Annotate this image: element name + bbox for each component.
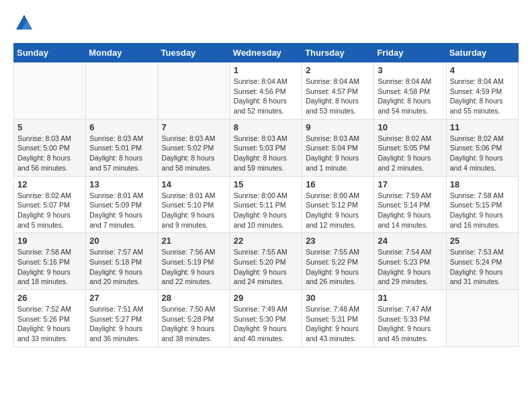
day-number: 18 — [450, 179, 515, 189]
day-number: 14 — [162, 179, 226, 189]
calendar-cell: 8Sunrise: 8:03 AM Sunset: 5:03 PM Daylig… — [230, 119, 302, 176]
calendar-cell: 22Sunrise: 7:55 AM Sunset: 5:20 PM Dayli… — [230, 233, 302, 290]
day-number: 4 — [450, 65, 515, 75]
weekday-header: Monday — [86, 44, 158, 62]
day-number: 13 — [89, 179, 154, 189]
day-info: Sunrise: 7:49 AM Sunset: 5:30 PM Dayligh… — [234, 304, 298, 344]
logo — [13, 13, 34, 32]
day-number: 25 — [450, 236, 515, 246]
day-info: Sunrise: 8:03 AM Sunset: 5:02 PM Dayligh… — [162, 134, 226, 173]
weekday-header: Sunday — [14, 44, 86, 62]
weekday-header: Thursday — [302, 44, 374, 62]
day-number: 24 — [378, 236, 442, 246]
day-number: 21 — [162, 236, 226, 246]
day-info: Sunrise: 7:51 AM Sunset: 5:27 PM Dayligh… — [89, 304, 154, 344]
day-info: Sunrise: 7:54 AM Sunset: 5:23 PM Dayligh… — [378, 247, 442, 287]
calendar-cell — [158, 62, 230, 120]
calendar-cell: 13Sunrise: 8:01 AM Sunset: 5:09 PM Dayli… — [86, 176, 158, 233]
day-number: 17 — [378, 179, 442, 189]
calendar-cell: 31Sunrise: 7:47 AM Sunset: 5:33 PM Dayli… — [374, 290, 446, 347]
calendar-week-row: 12Sunrise: 8:02 AM Sunset: 5:07 PM Dayli… — [14, 176, 519, 233]
day-info: Sunrise: 7:52 AM Sunset: 5:26 PM Dayligh… — [17, 304, 82, 344]
page-header — [13, 13, 519, 32]
day-info: Sunrise: 7:47 AM Sunset: 5:33 PM Dayligh… — [378, 304, 442, 344]
calendar-cell: 2Sunrise: 8:04 AM Sunset: 4:57 PM Daylig… — [302, 62, 374, 120]
calendar-cell: 5Sunrise: 8:03 AM Sunset: 5:00 PM Daylig… — [14, 119, 86, 176]
calendar-cell: 12Sunrise: 8:02 AM Sunset: 5:07 PM Dayli… — [14, 176, 86, 233]
calendar-table: SundayMondayTuesdayWednesdayThursdayFrid… — [13, 43, 519, 347]
calendar-cell: 4Sunrise: 8:04 AM Sunset: 4:59 PM Daylig… — [446, 62, 518, 120]
calendar-week-row: 5Sunrise: 8:03 AM Sunset: 5:00 PM Daylig… — [14, 119, 519, 176]
day-info: Sunrise: 8:02 AM Sunset: 5:06 PM Dayligh… — [450, 134, 515, 173]
calendar-cell: 29Sunrise: 7:49 AM Sunset: 5:30 PM Dayli… — [230, 290, 302, 347]
day-number: 3 — [378, 65, 442, 75]
calendar-cell: 19Sunrise: 7:58 AM Sunset: 5:16 PM Dayli… — [14, 233, 86, 290]
day-info: Sunrise: 8:00 AM Sunset: 5:12 PM Dayligh… — [306, 191, 370, 230]
day-info: Sunrise: 8:04 AM Sunset: 4:58 PM Dayligh… — [378, 77, 442, 116]
day-info: Sunrise: 7:58 AM Sunset: 5:16 PM Dayligh… — [17, 247, 82, 287]
calendar-cell: 18Sunrise: 7:58 AM Sunset: 5:15 PM Dayli… — [446, 176, 518, 233]
calendar-week-row: 19Sunrise: 7:58 AM Sunset: 5:16 PM Dayli… — [14, 233, 519, 290]
day-number: 7 — [162, 122, 226, 132]
day-number: 1 — [234, 65, 298, 75]
day-number: 27 — [89, 293, 154, 303]
calendar-cell: 11Sunrise: 8:02 AM Sunset: 5:06 PM Dayli… — [446, 119, 518, 176]
day-info: Sunrise: 7:53 AM Sunset: 5:24 PM Dayligh… — [450, 247, 515, 287]
day-info: Sunrise: 8:04 AM Sunset: 4:56 PM Dayligh… — [234, 77, 298, 116]
day-info: Sunrise: 8:03 AM Sunset: 5:04 PM Dayligh… — [306, 134, 370, 173]
calendar-cell — [446, 290, 518, 347]
weekday-header: Tuesday — [158, 44, 230, 62]
day-number: 5 — [17, 122, 82, 132]
day-info: Sunrise: 7:59 AM Sunset: 5:14 PM Dayligh… — [378, 191, 442, 230]
calendar-cell: 30Sunrise: 7:48 AM Sunset: 5:31 PM Dayli… — [302, 290, 374, 347]
calendar-cell: 28Sunrise: 7:50 AM Sunset: 5:28 PM Dayli… — [158, 290, 230, 347]
day-info: Sunrise: 8:00 AM Sunset: 5:11 PM Dayligh… — [234, 191, 298, 230]
day-number: 8 — [234, 122, 298, 132]
calendar-cell: 27Sunrise: 7:51 AM Sunset: 5:27 PM Dayli… — [86, 290, 158, 347]
day-number: 20 — [89, 236, 154, 246]
day-info: Sunrise: 8:04 AM Sunset: 4:59 PM Dayligh… — [450, 77, 515, 116]
day-info: Sunrise: 7:57 AM Sunset: 5:18 PM Dayligh… — [89, 247, 154, 287]
calendar-cell: 23Sunrise: 7:55 AM Sunset: 5:22 PM Dayli… — [302, 233, 374, 290]
day-info: Sunrise: 7:50 AM Sunset: 5:28 PM Dayligh… — [162, 304, 226, 344]
calendar-cell: 1Sunrise: 8:04 AM Sunset: 4:56 PM Daylig… — [230, 62, 302, 120]
calendar-cell: 26Sunrise: 7:52 AM Sunset: 5:26 PM Dayli… — [14, 290, 86, 347]
calendar-cell: 20Sunrise: 7:57 AM Sunset: 5:18 PM Dayli… — [86, 233, 158, 290]
day-info: Sunrise: 7:58 AM Sunset: 5:15 PM Dayligh… — [450, 191, 515, 230]
calendar-week-row: 26Sunrise: 7:52 AM Sunset: 5:26 PM Dayli… — [14, 290, 519, 347]
day-info: Sunrise: 8:01 AM Sunset: 5:10 PM Dayligh… — [162, 191, 226, 230]
calendar-cell: 21Sunrise: 7:56 AM Sunset: 5:19 PM Dayli… — [158, 233, 230, 290]
day-info: Sunrise: 7:55 AM Sunset: 5:22 PM Dayligh… — [306, 247, 370, 287]
calendar-cell: 7Sunrise: 8:03 AM Sunset: 5:02 PM Daylig… — [158, 119, 230, 176]
day-number: 30 — [306, 293, 370, 303]
calendar-cell: 3Sunrise: 8:04 AM Sunset: 4:58 PM Daylig… — [374, 62, 446, 120]
calendar-cell: 10Sunrise: 8:02 AM Sunset: 5:05 PM Dayli… — [374, 119, 446, 176]
calendar-cell: 14Sunrise: 8:01 AM Sunset: 5:10 PM Dayli… — [158, 176, 230, 233]
day-info: Sunrise: 8:04 AM Sunset: 4:57 PM Dayligh… — [306, 77, 370, 116]
day-info: Sunrise: 8:01 AM Sunset: 5:09 PM Dayligh… — [89, 191, 154, 230]
day-number: 9 — [306, 122, 370, 132]
day-info: Sunrise: 8:03 AM Sunset: 5:01 PM Dayligh… — [89, 134, 154, 173]
day-number: 29 — [234, 293, 298, 303]
day-number: 22 — [234, 236, 298, 246]
day-number: 10 — [378, 122, 442, 132]
calendar-cell: 16Sunrise: 8:00 AM Sunset: 5:12 PM Dayli… — [302, 176, 374, 233]
logo-icon — [15, 13, 34, 32]
day-number: 19 — [17, 236, 82, 246]
calendar-cell: 17Sunrise: 7:59 AM Sunset: 5:14 PM Dayli… — [374, 176, 446, 233]
day-info: Sunrise: 8:02 AM Sunset: 5:05 PM Dayligh… — [378, 134, 442, 173]
day-number: 28 — [162, 293, 226, 303]
day-number: 26 — [17, 293, 82, 303]
calendar-cell — [86, 62, 158, 120]
day-info: Sunrise: 8:02 AM Sunset: 5:07 PM Dayligh… — [17, 191, 82, 230]
day-info: Sunrise: 8:03 AM Sunset: 5:03 PM Dayligh… — [234, 134, 298, 173]
day-number: 31 — [378, 293, 442, 303]
weekday-header: Wednesday — [230, 44, 302, 62]
day-info: Sunrise: 7:48 AM Sunset: 5:31 PM Dayligh… — [306, 304, 370, 344]
calendar-header-row: SundayMondayTuesdayWednesdayThursdayFrid… — [14, 44, 519, 62]
day-number: 6 — [89, 122, 154, 132]
day-info: Sunrise: 7:55 AM Sunset: 5:20 PM Dayligh… — [234, 247, 298, 287]
calendar-cell: 15Sunrise: 8:00 AM Sunset: 5:11 PM Dayli… — [230, 176, 302, 233]
day-number: 16 — [306, 179, 370, 189]
weekday-header: Friday — [374, 44, 446, 62]
